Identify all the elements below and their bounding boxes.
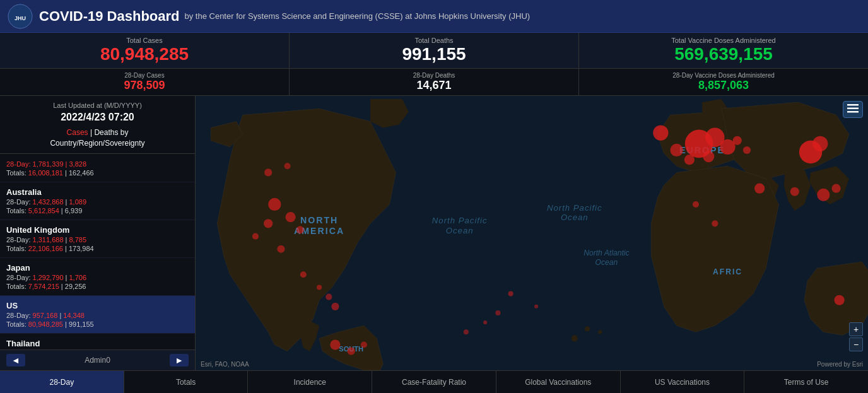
sidebar-country-list[interactable]: 28-Day: 1,781,339 | 3,828 Totals: 16,008…: [0, 154, 195, 349]
sidebar-next-button[interactable]: ►: [170, 354, 189, 367]
svg-point-30: [835, 295, 845, 305]
total-cases-box: Total Cases 80,948,285: [0, 33, 290, 68]
svg-point-48: [264, 168, 272, 176]
svg-text:Ocean: Ocean: [561, 213, 589, 222]
svg-point-3: [572, 335, 578, 341]
svg-point-5: [598, 330, 602, 334]
total-vaccines-value: 569,639,155: [674, 44, 773, 64]
28day-cases-box: 28-Day Cases 978,509: [0, 69, 290, 95]
tab-incidence[interactable]: Incidence: [248, 371, 372, 393]
svg-rect-56: [847, 108, 859, 110]
svg-point-39: [361, 341, 367, 348]
sidebar: Last Updated at (M/D/YYYY) 2022/4/23 07:…: [0, 96, 196, 370]
svg-point-26: [743, 146, 751, 154]
header: JHU COVID-19 Dashboard by the Center for…: [0, 0, 868, 33]
content-row: Last Updated at (M/D/YYYY) 2022/4/23 07:…: [0, 96, 868, 370]
svg-text:Ocean: Ocean: [595, 258, 618, 267]
list-item-thailand[interactable]: Thailand: [0, 334, 195, 349]
svg-point-27: [754, 184, 765, 194]
dashboard-subtitle: by the Center for Systems Science and En…: [185, 11, 531, 21]
28day-cases-value: 978,509: [124, 79, 165, 92]
map-zoom-out-button[interactable]: −: [849, 337, 863, 351]
svg-point-42: [790, 187, 799, 196]
svg-point-28: [817, 189, 830, 201]
sidebar-navigation: ◄ Admin0 ►: [0, 349, 195, 370]
svg-point-18: [812, 136, 828, 151]
country-partial: 28-Day: 1,781,339 | 3,828: [6, 160, 189, 168]
svg-point-54: [653, 126, 668, 141]
svg-point-50: [300, 271, 307, 278]
28day-deaths-value: 14,671: [416, 79, 451, 92]
svg-point-53: [331, 303, 339, 310]
total-deaths-value: 991,155: [402, 44, 466, 64]
svg-text:North Atlantic: North Atlantic: [584, 249, 629, 257]
tab-28day[interactable]: 28-Day: [0, 371, 124, 393]
svg-point-37: [330, 339, 340, 349]
svg-rect-57: [847, 111, 859, 113]
svg-point-46: [483, 320, 487, 324]
map-list-toggle-button[interactable]: [843, 101, 863, 118]
last-updated-label: Last Updated at (M/D/YYYY): [6, 101, 189, 110]
stats-row-28day: 28-Day Cases 978,509 28-Day Deaths 14,67…: [0, 69, 868, 96]
svg-text:NORTH: NORTH: [300, 215, 338, 225]
list-item[interactable]: 28-Day: 1,781,339 | 3,828 Totals: 16,008…: [0, 154, 195, 182]
region-label: Country/Region/Sovereignty: [50, 139, 144, 148]
svg-point-32: [286, 212, 296, 222]
total-vaccines-label: Total Vaccine Doses Administered: [671, 37, 776, 44]
svg-text:North Pacific: North Pacific: [547, 203, 602, 213]
svg-point-51: [317, 284, 322, 290]
filter-label: Cases | Deaths by Country/Region/Soverei…: [6, 127, 189, 149]
sidebar-header: Last Updated at (M/D/YYYY) 2022/4/23 07:…: [0, 96, 195, 154]
tab-totals[interactable]: Totals: [124, 371, 249, 393]
total-cases-value: 80,948,285: [100, 44, 189, 64]
svg-rect-55: [847, 104, 859, 106]
svg-point-44: [534, 305, 538, 308]
svg-text:North Pacific: North Pacific: [432, 216, 488, 225]
cases-label: Cases: [67, 128, 88, 137]
map-attribution: Esri, FAO, NOAA: [201, 361, 249, 368]
map-powered-by: Powered by Esri: [817, 361, 863, 368]
svg-text:AFRIC: AFRIC: [713, 267, 742, 276]
list-item-us[interactable]: US 28-Day: 957,168 | 14,348 Totals: 80,9…: [0, 296, 195, 334]
list-item[interactable]: Japan 28-Day: 1,292,790 | 1,706 Totals: …: [0, 258, 195, 296]
sidebar-nav-label: Admin0: [85, 356, 110, 365]
svg-point-23: [684, 155, 695, 165]
28day-vaccines-label: 28-Day Vaccine Doses Administered: [672, 72, 775, 79]
stats-row-primary: Total Cases 80,948,285 Total Deaths 991,…: [0, 33, 868, 69]
tab-case-fatality[interactable]: Case-Fatality Ratio: [372, 371, 496, 393]
list-item[interactable]: United Kingdom 28-Day: 1,311,688 | 8,785…: [0, 220, 195, 258]
tab-global-vaccinations[interactable]: Global Vaccinations: [496, 371, 621, 393]
deaths-by-label: Deaths by: [94, 128, 128, 137]
svg-point-41: [712, 220, 718, 226]
svg-text:JHU: JHU: [15, 15, 26, 21]
svg-point-25: [733, 136, 742, 145]
28day-deaths-label: 28-Day Deaths: [413, 72, 455, 79]
tab-terms-of-use[interactable]: Terms of Use: [744, 371, 868, 393]
world-map-svg: North Pacific Ocean North Pacific Ocean …: [196, 96, 868, 370]
28day-deaths-box: 28-Day Deaths 14,671: [290, 69, 579, 95]
total-deaths-box: Total Deaths 991,155: [290, 33, 579, 68]
last-updated-datetime: 2022/4/23 07:20: [6, 110, 189, 124]
svg-text:Ocean: Ocean: [446, 226, 474, 235]
svg-point-52: [326, 294, 332, 300]
tab-us-vaccinations[interactable]: US Vaccinations: [621, 371, 745, 393]
28day-vaccines-value: 8,857,063: [698, 79, 749, 92]
svg-point-45: [495, 310, 500, 315]
map-zoom-in-button[interactable]: +: [849, 322, 863, 336]
sidebar-prev-button[interactable]: ◄: [6, 354, 25, 367]
map-area[interactable]: North Pacific Ocean North Pacific Ocean …: [196, 96, 868, 370]
svg-point-43: [508, 291, 513, 296]
main-container: Total Cases 80,948,285 Total Deaths 991,…: [0, 33, 868, 393]
28day-vaccines-box: 28-Day Vaccine Doses Administered 8,857,…: [579, 69, 868, 95]
total-cases-label: Total Cases: [126, 37, 162, 44]
svg-point-34: [296, 226, 304, 233]
map-zoom-controls: + −: [849, 322, 863, 351]
list-item[interactable]: Australia 28-Day: 1,432,868 | 1,089 Tota…: [0, 182, 195, 220]
svg-point-22: [671, 144, 683, 156]
svg-point-24: [703, 151, 714, 162]
svg-point-36: [277, 245, 284, 253]
svg-point-38: [348, 348, 355, 355]
bottom-tab-bar: 28-Day Totals Incidence Case-Fatality Ra…: [0, 370, 868, 393]
jhu-logo: JHU: [8, 4, 33, 29]
svg-point-33: [264, 219, 273, 228]
